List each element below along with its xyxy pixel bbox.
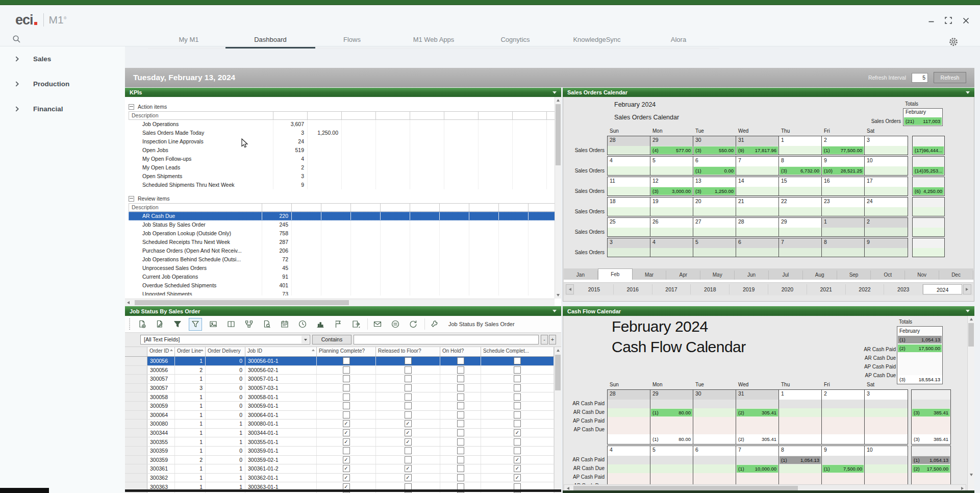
stripe-cell[interactable]	[779, 400, 822, 408]
tab-flows[interactable]: Flows	[311, 32, 393, 48]
checkbox[interactable]	[514, 384, 521, 391]
add-document-icon[interactable]	[135, 318, 148, 331]
chevron-down-icon[interactable]	[301, 336, 309, 343]
year-tab-2015[interactable]: 2015	[575, 284, 614, 294]
calendar-day-cell[interactable]: 3	[865, 136, 908, 155]
minimize-button[interactable]	[927, 16, 935, 24]
stripe-cell[interactable]	[779, 464, 822, 473]
checkbox[interactable]	[457, 366, 464, 374]
checkbox[interactable]	[343, 393, 350, 401]
checkbox[interactable]	[514, 393, 521, 401]
stripe-cell[interactable]	[608, 464, 650, 473]
stripe-cell[interactable]	[822, 417, 865, 426]
stripe-cell[interactable]	[608, 408, 650, 417]
stripe-cell[interactable]	[779, 408, 822, 417]
checkbox[interactable]	[457, 357, 464, 364]
checkbox[interactable]	[405, 384, 412, 391]
calendar-day-cell[interactable]: 29(4)577.00	[650, 136, 693, 155]
scroll-down-icon[interactable]	[968, 472, 974, 478]
calendar-day-cell[interactable]: 25	[608, 218, 650, 236]
calendar-day-cell[interactable]: 21	[736, 198, 779, 216]
collapse-caret-icon[interactable]	[552, 91, 557, 94]
job-status-vertical-scrollbar[interactable]	[554, 347, 561, 493]
day-number[interactable]: 9	[822, 446, 865, 456]
checkbox[interactable]	[457, 420, 464, 427]
sidebar-item-financial[interactable]: Financial	[0, 96, 125, 121]
refresh-icon[interactable]	[407, 318, 420, 331]
table-row[interactable]: 30005610300056-01-1	[125, 357, 554, 366]
sidebar-item-sales[interactable]: Sales	[0, 46, 125, 71]
checkbox[interactable]	[343, 411, 350, 418]
day-number[interactable]: 1	[779, 390, 822, 400]
filter-value-input[interactable]	[354, 335, 539, 344]
checkbox[interactable]: ✓	[343, 474, 350, 481]
checkbox[interactable]	[514, 420, 521, 427]
filter-outline-icon[interactable]	[189, 318, 202, 331]
kpi-row[interactable]: My Open Leads2	[129, 163, 561, 172]
year-tab-2024[interactable]: 2024	[923, 284, 962, 294]
table-row[interactable]: 30036311300363-01-1✓	[125, 482, 554, 491]
checkbox[interactable]	[514, 447, 521, 454]
stripe-cell[interactable]	[650, 464, 693, 473]
checkbox[interactable]: ✓	[405, 429, 412, 436]
sales-calendar-panel-header[interactable]: Sales Orders Calendar	[563, 88, 974, 97]
filter-remove-button[interactable]: -	[541, 335, 548, 344]
scrollbar-thumb[interactable]	[556, 104, 561, 165]
checkbox[interactable]	[405, 483, 412, 490]
stripe-cell[interactable]	[608, 426, 650, 434]
stripe-cell[interactable]	[865, 400, 908, 408]
calendar-day-cell[interactable]: 12(3)3,000.00	[650, 177, 693, 195]
calendar-day-cell[interactable]: 2(1)77,500.00	[822, 136, 865, 155]
calendar-day-cell[interactable]: 3	[608, 238, 650, 257]
stripe-cell[interactable]	[693, 473, 736, 482]
calendar-day-cell[interactable]: 26	[650, 218, 693, 236]
calendar-day-cell[interactable]: 4	[650, 238, 693, 257]
calendar-day-cell[interactable]: 17	[865, 177, 908, 195]
kpi-row[interactable]: Sales Orders Made Today31,250.00	[129, 129, 561, 137]
column-header-job-id[interactable]: Job ID	[245, 347, 317, 356]
document-search-icon[interactable]	[260, 318, 273, 331]
column-header-planning-complete[interactable]: Planning Complete?	[317, 347, 376, 356]
preview-icon[interactable]	[207, 318, 220, 331]
sidebar-item-production[interactable]: Production	[0, 71, 125, 96]
column-header-order-delivery[interactable]: Order Delivery	[206, 347, 245, 356]
column-header-on-hold[interactable]: On Hold?	[440, 347, 481, 356]
scroll-left-icon[interactable]	[125, 299, 132, 306]
day-number[interactable]: 3	[865, 390, 908, 400]
scrollbar-thumb[interactable]	[555, 355, 561, 390]
checkbox[interactable]	[457, 474, 464, 481]
checkbox[interactable]	[457, 411, 464, 418]
scroll-right-icon[interactable]	[959, 485, 966, 492]
checkbox[interactable]	[405, 393, 412, 401]
stamp-icon[interactable]	[389, 318, 402, 331]
checkbox[interactable]	[457, 393, 464, 401]
year-tab-2020[interactable]: 2020	[768, 284, 807, 294]
calendar-day-cell[interactable]: 13(3)1,250.00	[693, 177, 736, 195]
split-columns-icon[interactable]	[224, 318, 238, 331]
table-row[interactable]: 30035920300359-02-1✓✓	[125, 456, 554, 465]
checkbox[interactable]	[457, 429, 464, 436]
wrench-icon[interactable]	[428, 318, 441, 331]
checkbox[interactable]	[514, 375, 521, 382]
tab-alora[interactable]: Alora	[638, 32, 719, 48]
kpi-row[interactable]: Job Operations Behind Schedule (Outsi...…	[129, 255, 561, 264]
table-row[interactable]: 30035511300355-01-1✓✓	[125, 437, 554, 447]
kpi-row[interactable]: Job Operation Lookup (Outside Only)758	[129, 229, 561, 238]
scrollbar-thumb[interactable]	[573, 486, 798, 491]
month-tab-apr[interactable]: Apr	[666, 270, 700, 280]
day-number[interactable]: 4	[608, 446, 650, 456]
year-tab-2022[interactable]: 2022	[846, 284, 885, 294]
stripe-cell[interactable]	[779, 426, 822, 434]
checkbox[interactable]	[343, 366, 350, 374]
checkbox[interactable]	[457, 447, 464, 454]
stripe-cell[interactable]	[865, 417, 908, 426]
checkbox[interactable]: ✓	[514, 456, 521, 463]
stripe-cell[interactable]	[650, 473, 693, 482]
checkbox[interactable]	[405, 375, 412, 382]
year-tab-2018[interactable]: 2018	[691, 284, 730, 294]
checkbox[interactable]: ✓	[405, 420, 412, 427]
kpi-row[interactable]: My Open Follow-ups4	[129, 155, 561, 163]
stripe-cell[interactable]	[693, 417, 736, 426]
calendar-day-cell[interactable]: 8	[822, 238, 865, 257]
year-scroll-right-icon[interactable]	[963, 284, 971, 294]
